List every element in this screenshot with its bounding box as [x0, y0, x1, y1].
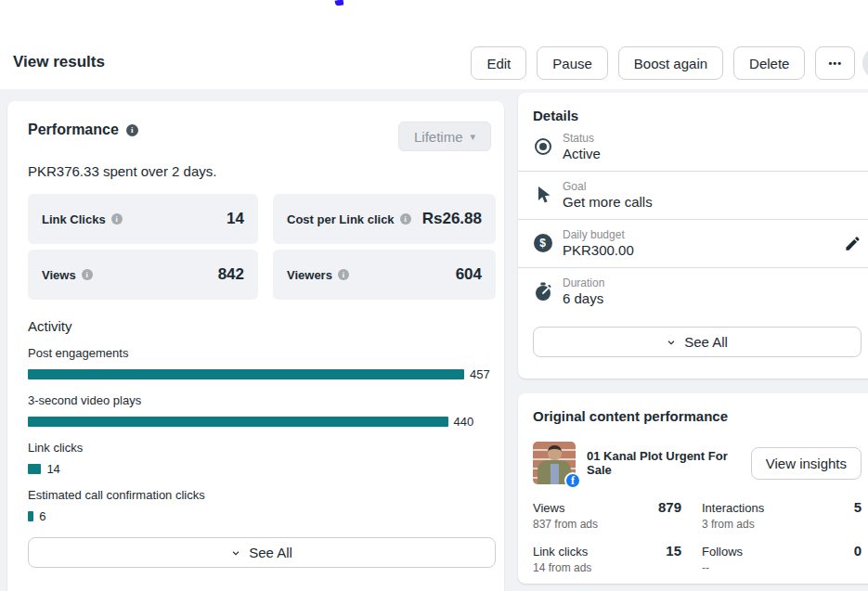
bar-post-engagements: [28, 369, 464, 379]
bar-video-plays: [28, 417, 448, 427]
metric-value: 14: [227, 210, 244, 228]
bar-label: Post engagements: [28, 346, 491, 360]
stat-label: Link clicks: [533, 545, 588, 559]
edit-budget-pencil-icon[interactable]: [844, 235, 862, 252]
stat-label: Interactions: [702, 501, 764, 515]
info-icon[interactable]: i: [400, 213, 411, 225]
header-bar: View results Edit Pause Boost again Dele…: [0, 0, 868, 89]
detail-label: Goal: [563, 180, 862, 193]
info-icon[interactable]: i: [111, 213, 123, 225]
performance-heading: Performance: [28, 122, 119, 138]
stat-value: 879: [658, 499, 681, 515]
stat-follows: Follows 0 --: [702, 543, 862, 574]
stopwatch-icon: [533, 282, 552, 302]
stat-interactions: Interactions 5 3 from ads: [702, 499, 862, 531]
metric-value: Rs26.88: [422, 210, 482, 228]
stat-link-clicks: Link clicks 15 14 from ads: [533, 543, 681, 574]
stat-sub: --: [702, 561, 862, 574]
stat-sub: 14 from ads: [533, 561, 681, 574]
detail-row-status: Status Active: [533, 123, 862, 171]
metric-grid: Link Clicks i 14 Cost per Link click i R…: [28, 194, 496, 300]
bar-value: 440: [454, 415, 474, 429]
dollar-icon: $: [533, 234, 552, 252]
chevron-down-icon: ▾: [471, 131, 476, 143]
stat-value: 15: [666, 543, 681, 559]
header-actions: Edit Pause Boost again Delete •••: [471, 46, 855, 80]
see-all-label: See All: [684, 334, 728, 350]
bar-link-clicks: [28, 464, 41, 474]
delete-button[interactable]: Delete: [733, 46, 805, 80]
clipped-logo-fragment: [335, 0, 344, 6]
detail-value: 6 days: [563, 290, 862, 306]
performance-card: Performance i Lifetime ▾ PKR376.33 spent…: [7, 101, 504, 591]
avatar[interactable]: [862, 46, 868, 80]
metric-label: Link Clicks: [42, 212, 106, 226]
activity-bar-chart: Post engagements 457 3-second video play…: [20, 346, 491, 523]
details-see-all-button[interactable]: See All: [533, 327, 862, 357]
bar-label: Link clicks: [28, 441, 491, 455]
more-options-button[interactable]: •••: [815, 46, 855, 80]
activity-row-post-engagements: Post engagements 457: [28, 346, 491, 381]
info-icon[interactable]: i: [126, 124, 138, 136]
stat-label: Follows: [702, 545, 743, 559]
boost-again-button[interactable]: Boost again: [618, 46, 723, 80]
activity-heading: Activity: [20, 318, 491, 334]
bar-value: 14: [46, 462, 59, 476]
post-title: 01 Kanal Plot Urgent For Sale: [587, 449, 751, 477]
date-range-value: Lifetime: [414, 129, 463, 145]
detail-row-daily-budget: $ Daily budget PKR300.00: [533, 220, 862, 267]
see-all-label: See All: [249, 545, 292, 560]
bar-label: Estimated call confirmation clicks: [28, 488, 491, 502]
info-icon[interactable]: i: [338, 269, 349, 280]
spend-summary: PKR376.33 spent over 2 days.: [20, 163, 491, 179]
detail-label: Duration: [563, 276, 862, 289]
metric-label: Viewers: [287, 268, 332, 282]
stat-label: Views: [533, 501, 564, 515]
activity-row-video-plays: 3-second video plays 440: [28, 393, 491, 429]
stat-views: Views 879 837 from ads: [533, 499, 681, 531]
info-icon[interactable]: i: [82, 269, 93, 280]
facebook-icon: f: [564, 472, 581, 489]
original-content-heading: Original content performance: [533, 408, 862, 424]
metric-value: 604: [456, 265, 482, 284]
activity-row-link-clicks: Link clicks 14: [28, 441, 491, 476]
status-icon: [533, 138, 552, 155]
detail-value: PKR300.00: [563, 242, 834, 258]
detail-row-goal: Goal Get more calls: [533, 172, 862, 219]
post-thumbnail[interactable]: f: [533, 442, 576, 484]
metric-link-clicks: Link Clicks i 14: [28, 194, 258, 244]
detail-label: Daily budget: [563, 228, 834, 241]
detail-value: Active: [563, 146, 862, 161]
activity-row-call-confirmation: Estimated call confirmation clicks 6: [28, 488, 491, 523]
view-insights-button[interactable]: View insights: [751, 447, 862, 480]
detail-row-duration: Duration 6 days: [533, 268, 862, 315]
stat-value: 0: [854, 543, 862, 559]
metric-viewers: Viewers i 604: [273, 250, 496, 300]
bar-value: 6: [39, 509, 45, 523]
stat-sub: 837 from ads: [533, 518, 681, 531]
activity-see-all-button[interactable]: See All: [28, 537, 496, 568]
metric-views: Views i 842: [28, 250, 258, 300]
bar-label: 3-second video plays: [28, 393, 491, 407]
page-title: View results: [13, 53, 105, 71]
metric-label: Cost per Link click: [287, 212, 395, 226]
detail-value: Get more calls: [563, 194, 862, 210]
metric-label: Views: [42, 268, 76, 282]
stat-value: 5: [854, 499, 862, 515]
original-content-card: Original content performance f 01 Kanal …: [518, 393, 868, 584]
date-range-dropdown[interactable]: Lifetime ▾: [398, 122, 491, 151]
details-card: Details Status Active Goal Get more call…: [518, 93, 868, 379]
pause-button[interactable]: Pause: [537, 46, 608, 80]
metric-value: 842: [218, 265, 244, 284]
bar-value: 457: [470, 367, 490, 381]
edit-button[interactable]: Edit: [471, 46, 526, 80]
details-heading: Details: [533, 108, 862, 123]
chevron-down-icon: [231, 548, 240, 558]
cursor-icon: [533, 186, 552, 204]
metric-cost-per-link-click: Cost per Link click i Rs26.88: [273, 194, 496, 244]
original-content-stats: Views 879 837 from ads Interactions 5 3 …: [533, 499, 862, 574]
stat-sub: 3 from ads: [702, 518, 862, 531]
chevron-down-icon: [667, 338, 676, 347]
detail-label: Status: [563, 132, 862, 145]
bar-call-confirmation: [28, 511, 33, 521]
